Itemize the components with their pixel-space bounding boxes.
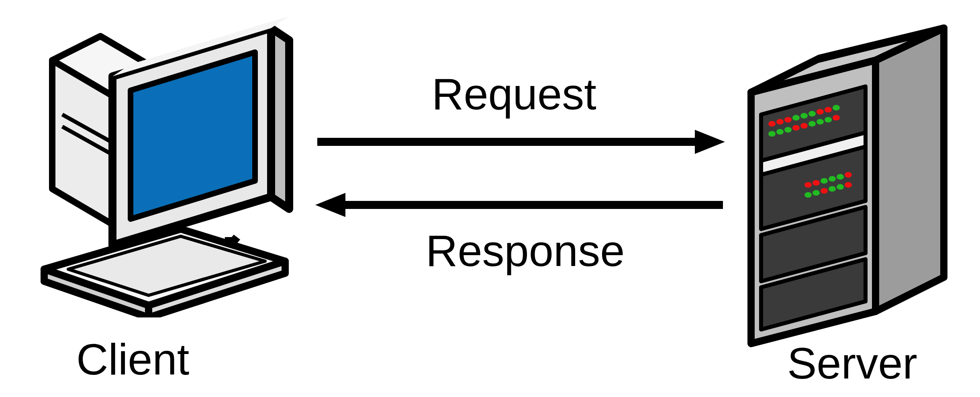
svg-marker-57: [695, 130, 725, 154]
svg-point-32: [817, 109, 824, 115]
svg-point-30: [800, 113, 808, 119]
svg-point-33: [825, 107, 832, 113]
svg-point-49: [845, 172, 852, 178]
request-label: Request: [432, 68, 596, 119]
svg-point-40: [808, 121, 816, 127]
svg-marker-59: [315, 193, 345, 217]
svg-point-46: [821, 178, 828, 184]
svg-point-39: [800, 123, 808, 129]
svg-point-34: [833, 105, 840, 111]
svg-point-48: [837, 174, 844, 180]
client-label: Client: [76, 334, 189, 385]
svg-point-35: [768, 131, 776, 137]
svg-point-53: [829, 186, 836, 192]
svg-point-27: [776, 119, 784, 125]
server-label: Server: [787, 338, 917, 389]
request-arrow-icon: [313, 128, 727, 156]
svg-point-36: [776, 129, 784, 135]
svg-point-38: [792, 125, 800, 131]
svg-point-31: [808, 111, 816, 117]
svg-point-55: [845, 182, 852, 188]
response-arrow-icon: [313, 191, 727, 219]
svg-point-43: [833, 115, 840, 121]
svg-point-28: [784, 117, 792, 123]
svg-point-51: [813, 190, 820, 196]
svg-point-47: [829, 176, 836, 182]
svg-point-41: [817, 119, 824, 125]
response-label: Response: [426, 225, 625, 276]
client-server-diagram: Request Response Client Server: [0, 0, 980, 397]
server-icon: [735, 12, 960, 350]
svg-point-44: [804, 182, 812, 188]
svg-point-50: [804, 192, 812, 198]
svg-point-45: [813, 180, 820, 186]
svg-point-29: [792, 115, 800, 121]
svg-point-37: [784, 127, 792, 133]
client-icon: [28, 12, 317, 317]
svg-point-54: [837, 184, 844, 190]
svg-marker-13: [876, 28, 944, 311]
svg-point-52: [821, 188, 828, 194]
svg-point-42: [825, 117, 832, 123]
svg-point-26: [768, 121, 776, 127]
